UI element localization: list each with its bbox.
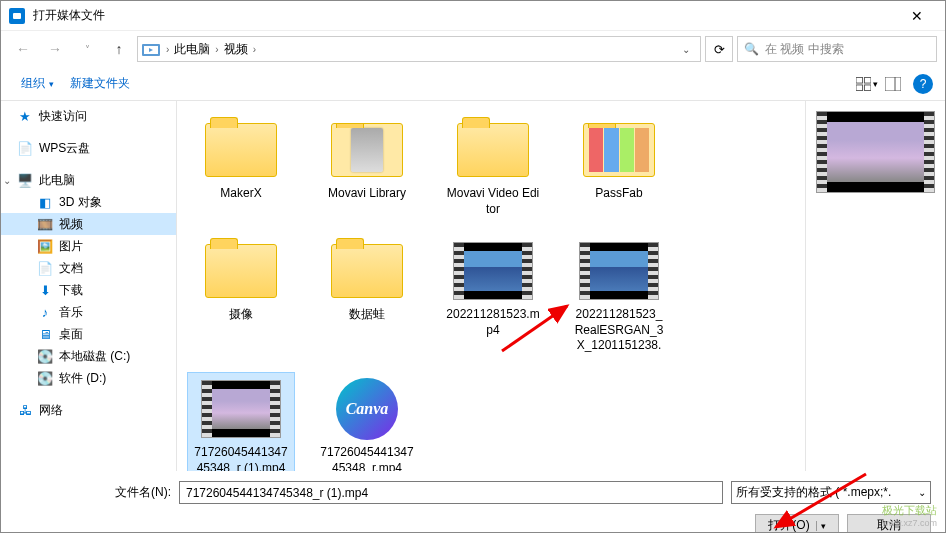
preview-thumbnail [816, 111, 935, 193]
recent-dropdown[interactable]: ˅ [73, 35, 101, 63]
chevron-right-icon: › [164, 44, 171, 55]
file-label: 7172604544134745348_r.mp4 [320, 445, 414, 471]
file-label: Movavi Library [328, 186, 406, 202]
desktop-icon: 🖥 [37, 326, 53, 342]
search-icon: 🔍 [744, 42, 759, 56]
sidebar-3d-objects[interactable]: ◧ 3D 对象 [1, 191, 176, 213]
back-button[interactable]: ← [9, 35, 37, 63]
app-icon [9, 8, 25, 24]
sidebar-desktop[interactable]: 🖥 桌面 [1, 323, 176, 345]
caret-down-icon: ⌄ [918, 487, 926, 498]
sidebar-music[interactable]: ♪ 音乐 [1, 301, 176, 323]
folder-icon [201, 241, 281, 301]
filetype-filter[interactable]: 所有受支持的格式 ( *.mepx;*. ⌄ [731, 481, 931, 504]
sidebar-this-pc[interactable]: ⌄ 🖥️ 此电脑 [1, 169, 176, 191]
download-icon: ⬇ [37, 282, 53, 298]
caret-down-icon: ▾ [816, 521, 826, 531]
file-item[interactable]: 数据蛙 [313, 234, 421, 362]
drive-icon: 💽 [37, 370, 53, 386]
network-icon: 🖧 [17, 402, 33, 418]
svg-rect-7 [885, 77, 901, 91]
video-library-icon [142, 42, 160, 56]
sidebar-local-c[interactable]: 💽 本地磁盘 (C:) [1, 345, 176, 367]
breadcrumb-folder[interactable]: 视频 [221, 41, 251, 58]
video-file-icon [579, 241, 659, 301]
filename-label: 文件名(N): [115, 484, 171, 501]
cancel-button[interactable]: 取消 [847, 514, 931, 533]
file-label: MakerX [220, 186, 261, 202]
canva-icon: Canva [327, 379, 407, 439]
video-file-icon [201, 379, 281, 439]
file-item[interactable]: 摄像 [187, 234, 295, 362]
organize-button[interactable]: 组织▾ [13, 71, 62, 96]
folder-icon [579, 120, 659, 180]
sidebar-wps-cloud[interactable]: 📄 WPS云盘 [1, 137, 176, 159]
folder-icon [453, 120, 533, 180]
pc-icon: 🖥️ [17, 172, 33, 188]
music-icon: ♪ [37, 304, 53, 320]
sidebar-videos[interactable]: 🎞️ 视频 [1, 213, 176, 235]
breadcrumb-dropdown[interactable]: ⌄ [676, 44, 696, 55]
sidebar-quick-access[interactable]: ★ 快速访问 [1, 105, 176, 127]
breadcrumb[interactable]: › 此电脑 › 视频 › ⌄ [137, 36, 701, 62]
sidebar-network[interactable]: 🖧 网络 [1, 399, 176, 421]
search-input[interactable]: 🔍 在 视频 中搜索 [737, 36, 937, 62]
window-title: 打开媒体文件 [33, 7, 897, 24]
picture-icon: 🖼️ [37, 238, 53, 254]
svg-rect-3 [856, 77, 863, 83]
svg-rect-4 [864, 77, 871, 83]
forward-button: → [41, 35, 69, 63]
breadcrumb-root[interactable]: 此电脑 [171, 41, 213, 58]
file-item[interactable]: 7172604544134745348_r (1).mp4 [187, 372, 295, 471]
filename-input[interactable] [179, 481, 723, 504]
chevron-right-icon: › [251, 44, 258, 55]
folder-icon [201, 120, 281, 180]
svg-rect-5 [856, 84, 863, 90]
svg-rect-6 [864, 84, 871, 90]
file-label: 202211281523.mp4 [446, 307, 540, 338]
folder-icon [327, 241, 407, 301]
search-placeholder: 在 视频 中搜索 [765, 41, 844, 58]
drive-icon: 💽 [37, 348, 53, 364]
expand-icon[interactable]: ⌄ [3, 175, 15, 186]
file-item[interactable]: Canva7172604544134745348_r.mp4 [313, 372, 421, 471]
file-label: Movavi Video Editor [446, 186, 540, 217]
video-icon: 🎞️ [37, 216, 53, 232]
file-label: 7172604544134745348_r (1).mp4 [194, 445, 288, 471]
star-icon: ★ [17, 108, 33, 124]
file-label: 数据蛙 [349, 307, 385, 323]
video-file-icon [453, 241, 533, 301]
file-item[interactable]: 202211281523_RealESRGAN_3X_1201151238.mp… [565, 234, 673, 362]
sidebar-soft-d[interactable]: 💽 软件 (D:) [1, 367, 176, 389]
file-item[interactable]: PassFab [565, 113, 673, 224]
file-label: PassFab [595, 186, 642, 202]
sidebar: ★ 快速访问 📄 WPS云盘 ⌄ 🖥️ 此电脑 ◧ 3D 对象 🎞️ 视频 🖼️… [1, 101, 177, 471]
close-button[interactable]: ✕ [897, 1, 937, 31]
file-label: 摄像 [229, 307, 253, 323]
cloud-icon: 📄 [17, 140, 33, 156]
help-button[interactable]: ? [913, 74, 933, 94]
cube-icon: ◧ [37, 194, 53, 210]
sidebar-downloads[interactable]: ⬇ 下载 [1, 279, 176, 301]
file-item[interactable]: Movavi Library [313, 113, 421, 224]
up-button[interactable]: ↑ [105, 35, 133, 63]
sidebar-pictures[interactable]: 🖼️ 图片 [1, 235, 176, 257]
view-mode-button[interactable]: ▾ [855, 72, 879, 96]
preview-pane [805, 101, 945, 471]
open-button[interactable]: 打开(O) ▾ [755, 514, 839, 533]
file-label: 202211281523_RealESRGAN_3X_1201151238.mp… [572, 307, 666, 355]
preview-pane-button[interactable] [881, 72, 905, 96]
refresh-button[interactable]: ⟳ [705, 36, 733, 62]
caret-down-icon: ▾ [49, 79, 54, 89]
new-folder-button[interactable]: 新建文件夹 [62, 71, 138, 96]
folder-icon [327, 120, 407, 180]
chevron-right-icon: › [213, 44, 220, 55]
file-grid[interactable]: MakerXMovavi LibraryMovavi Video EditorP… [177, 101, 805, 471]
document-icon: 📄 [37, 260, 53, 276]
file-item[interactable]: MakerX [187, 113, 295, 224]
file-item[interactable]: 202211281523.mp4 [439, 234, 547, 362]
sidebar-documents[interactable]: 📄 文档 [1, 257, 176, 279]
file-item[interactable]: Movavi Video Editor [439, 113, 547, 224]
